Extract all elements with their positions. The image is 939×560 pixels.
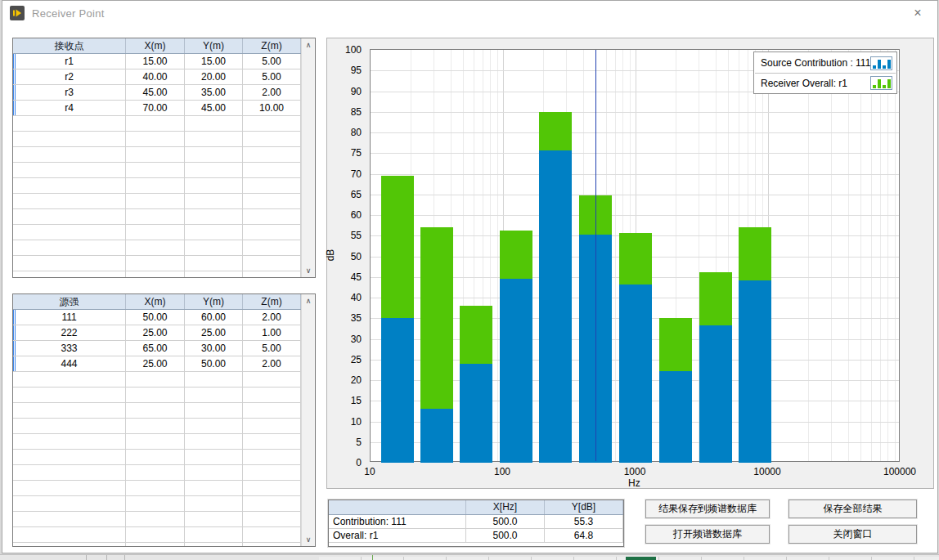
table-cell[interactable]: 333 [13, 341, 126, 356]
source-table[interactable]: 源强X(m)Y(m)Z(m)11150.0060.002.0022225.002… [12, 293, 316, 547]
table-cell[interactable] [126, 372, 185, 387]
table-cell[interactable] [13, 419, 126, 433]
table-cell[interactable] [185, 450, 243, 464]
table-cell[interactable] [13, 132, 126, 146]
table-row[interactable]: r240.0020.005.00 [13, 69, 301, 85]
table-cell[interactable] [13, 194, 126, 208]
table-row[interactable] [13, 194, 301, 209]
table-cell[interactable] [13, 450, 126, 464]
table-cell[interactable]: 500.0 [466, 529, 545, 542]
table-cell[interactable] [126, 256, 185, 271]
table-cell[interactable] [185, 147, 243, 162]
table-row[interactable] [13, 403, 301, 419]
table-cell[interactable]: 64.8 [545, 529, 623, 542]
table-cell[interactable] [243, 465, 301, 480]
table-row[interactable] [13, 543, 301, 546]
table-cell[interactable]: Overall: r1 [329, 529, 466, 542]
table-cell[interactable]: 222 [13, 325, 126, 340]
table-cell[interactable] [126, 481, 185, 495]
table-row[interactable] [13, 372, 301, 388]
save-to-spectrum-db-button[interactable]: 结果保存到频谱数据库 [645, 500, 770, 518]
table-row[interactable] [13, 147, 301, 163]
table-cell[interactable] [243, 434, 301, 449]
table-cell[interactable] [13, 271, 126, 277]
table-row[interactable] [13, 256, 301, 271]
table-cell[interactable] [185, 178, 243, 193]
table-cell[interactable]: r3 [13, 85, 126, 100]
table-cell[interactable] [126, 225, 185, 240]
table-cell[interactable] [243, 256, 301, 271]
table-cell[interactable]: 50.00 [126, 310, 185, 325]
table-row[interactable] [13, 465, 301, 481]
table-cell[interactable] [243, 116, 301, 131]
table-cell[interactable] [185, 256, 243, 271]
table-cell[interactable] [126, 194, 185, 208]
table-row[interactable] [13, 481, 301, 496]
table-cell[interactable]: 1.00 [243, 325, 301, 340]
table-cell[interactable] [126, 465, 185, 480]
table-cell[interactable] [13, 178, 126, 193]
table-cell[interactable]: 60.00 [185, 310, 243, 325]
table-row[interactable] [13, 388, 301, 403]
table-cell[interactable]: 50.00 [185, 356, 243, 371]
table-row[interactable] [13, 240, 301, 256]
table-cell[interactable] [243, 450, 301, 464]
table-cell[interactable] [243, 147, 301, 162]
table-cell[interactable] [126, 543, 185, 546]
table-cell[interactable] [243, 163, 301, 177]
table-cell[interactable] [185, 240, 243, 255]
table-row[interactable] [13, 271, 301, 277]
table-cell[interactable]: 500.0 [466, 515, 545, 528]
table-row[interactable]: 11150.0060.002.00 [13, 310, 301, 325]
table-cell[interactable] [185, 163, 243, 177]
table-row[interactable] [13, 512, 301, 527]
table-cell[interactable]: 55.3 [545, 515, 623, 528]
table-cell[interactable]: 25.00 [185, 325, 243, 340]
scroll-up-arrow[interactable]: ∧ [302, 38, 315, 52]
table-cell[interactable]: r2 [13, 69, 126, 84]
table-cell[interactable] [243, 543, 301, 546]
table-cell[interactable]: 25.00 [126, 356, 185, 371]
table-cell[interactable]: 5.00 [243, 69, 301, 84]
table-cell[interactable] [185, 271, 243, 277]
table-cell[interactable]: 65.00 [126, 341, 185, 356]
table-cell[interactable] [126, 147, 185, 162]
table-cell[interactable] [185, 465, 243, 480]
table-row[interactable] [13, 527, 301, 543]
table-row[interactable] [13, 225, 301, 240]
table-cell[interactable]: 5.00 [243, 341, 301, 356]
table-cell[interactable]: 15.00 [185, 54, 243, 69]
table-cell[interactable] [243, 271, 301, 277]
table-cell[interactable] [13, 543, 126, 546]
table-cell[interactable] [185, 194, 243, 208]
table-cell[interactable]: 2.00 [243, 356, 301, 371]
table-cell[interactable] [13, 240, 126, 255]
table-cell[interactable]: r4 [13, 101, 126, 115]
table-row[interactable] [13, 116, 301, 132]
table-cell[interactable] [126, 178, 185, 193]
save-all-results-button[interactable]: 保存全部结果 [788, 500, 917, 518]
table-row[interactable]: Overall: r1500.064.8 [329, 529, 623, 543]
table-cell[interactable] [243, 194, 301, 208]
table-cell[interactable] [126, 388, 185, 402]
receiver-table[interactable]: 接收点X(m)Y(m)Z(m)r115.0015.005.00r240.0020… [12, 38, 316, 278]
table-row[interactable] [13, 419, 301, 434]
vertical-scrollbar[interactable]: ∧∨ [301, 294, 315, 546]
table-row[interactable]: r345.0035.002.00 [13, 85, 301, 101]
table-row[interactable] [13, 209, 301, 225]
table-row[interactable]: r115.0015.005.00 [13, 54, 301, 69]
chart-cursor[interactable] [595, 50, 596, 461]
table-cell[interactable] [126, 419, 185, 433]
table-cell[interactable] [185, 434, 243, 449]
table-cell[interactable] [13, 465, 126, 480]
table-cell[interactable] [243, 225, 301, 240]
table-cell[interactable] [243, 388, 301, 402]
table-cell[interactable] [126, 271, 185, 277]
table-cell[interactable]: 111 [13, 310, 126, 325]
table-cell[interactable] [243, 419, 301, 433]
table-cell[interactable] [126, 132, 185, 146]
table-cell[interactable] [185, 116, 243, 131]
table-cell[interactable] [243, 512, 301, 526]
table-cell[interactable] [13, 403, 126, 418]
table-row[interactable] [13, 178, 301, 194]
